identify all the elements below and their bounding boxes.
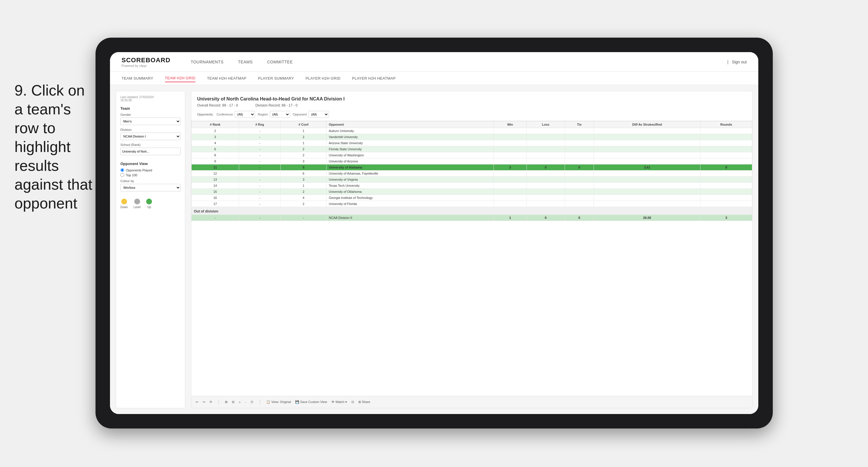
record-row: Overall Record: 89 - 17 - 0 Division Rec… (197, 104, 746, 108)
sign-out: | Sign out (727, 60, 747, 64)
nav-item-committee[interactable]: COMMITTEE (267, 58, 293, 66)
nav-item-tournaments[interactable]: TOURNAMENTS (191, 58, 223, 66)
filters-row: Opponents: Conference (All) Region (All) (197, 111, 746, 118)
radio-group: Opponents Played Top 100 (120, 168, 181, 177)
region-filter: Region (All) (258, 111, 290, 118)
table-row[interactable]: 17-2University of Florida (192, 201, 752, 207)
remove-btn[interactable]: - (245, 401, 246, 404)
save-custom-view-btn[interactable]: 💾 Save Custom View (295, 400, 327, 404)
table-header-row: # Rank # Reg # Conf Opponent Win Loss Ti… (192, 121, 752, 128)
legend-up: Up (146, 199, 152, 209)
tab-player-summary[interactable]: PLAYER SUMMARY (258, 75, 294, 82)
opponents-label: Opponents: (197, 113, 214, 116)
division-select[interactable]: NCAA Division I (120, 133, 181, 140)
table-row[interactable]: 13-3University of Virginia (192, 177, 752, 183)
undo-btn[interactable]: ↩ (196, 400, 198, 404)
table-row[interactable]: 8-2University of Washington (192, 152, 752, 158)
logo-area: SCOREBOARD Powered by clippi (122, 56, 170, 67)
instruction-text: 9. Click on a team's row to highlight re… (14, 81, 95, 213)
legend-down: Down (120, 199, 128, 209)
conference-select[interactable]: (All) (235, 111, 255, 118)
gender-label: Gender (120, 113, 181, 116)
table-row[interactable]: 15-2University of Oklahoma (192, 189, 752, 195)
left-panel: Last Updated: 27/03/2024 16:55:38 Team G… (116, 91, 185, 408)
data-header: University of North Carolina Head-to-Hea… (191, 91, 752, 121)
tab-team-h2h-grid[interactable]: TEAM H2H GRID (165, 75, 196, 82)
tab-player-h2h-grid[interactable]: PLAYER H2H GRID (306, 75, 341, 82)
school-input[interactable] (120, 148, 181, 155)
col-conf: # Conf (281, 121, 327, 128)
col-rank: # Rank (192, 121, 239, 128)
table-row[interactable]: 14-1Texas Tech University (192, 183, 752, 189)
add-btn[interactable]: + (239, 401, 241, 404)
tab-team-h2h-heatmap[interactable]: TEAM H2H HEATMAP (207, 75, 246, 82)
overall-record: Overall Record: 89 - 17 - 0 (197, 104, 238, 108)
up-icon (146, 199, 152, 204)
col-rounds: Rounds (701, 121, 752, 128)
table-row[interactable]: 16-4Georgia Institute of Technology (192, 195, 752, 201)
tab-team-summary[interactable]: TEAM SUMMARY (122, 75, 153, 82)
school-label: School (Rank) (120, 143, 181, 146)
nav-item-teams[interactable]: TEAMS (238, 58, 253, 66)
col-opponent: Opponent (327, 121, 494, 128)
grid-table: # Rank # Reg # Conf Opponent Win Loss Ti… (191, 121, 752, 221)
table-row[interactable]: 6-2Florida State University (192, 146, 752, 152)
grid-title: University of North Carolina Head-to-Hea… (197, 96, 746, 101)
table-row[interactable]: 3-2Vanderbilt University (192, 134, 752, 140)
sign-out-link[interactable]: Sign out (732, 60, 747, 64)
col-loss: Loss (527, 121, 565, 128)
legend-level: Level (134, 199, 141, 209)
redo-btn[interactable]: ↪ (203, 400, 205, 404)
region-select[interactable]: (All) (270, 111, 290, 118)
share-btn[interactable]: ⊞ Share (358, 400, 370, 404)
division-label: Division (120, 128, 181, 132)
out-of-division-header: Out of division (192, 207, 752, 215)
table-row[interactable]: 4-1Arizona State University (192, 140, 752, 146)
sep1: | (218, 400, 219, 405)
table-row[interactable]: 2-1Auburn University (192, 128, 752, 134)
opponent-select[interactable]: (All) (309, 111, 329, 118)
region-label: Region (258, 113, 268, 116)
radio-opponents-played[interactable]: Opponents Played (120, 168, 181, 172)
gender-select[interactable]: Men's (120, 118, 181, 125)
level-icon (134, 199, 140, 204)
view-original-btn[interactable]: 📋 View: Original (266, 400, 291, 404)
division-record: Division Record: 88 - 17 - 0 (255, 104, 297, 108)
radio-top100[interactable]: Top 100 (120, 173, 181, 177)
col-diff: Diff Av Strokes/Rnd (594, 121, 701, 128)
grid-table-wrapper: # Rank # Reg # Conf Opponent Win Loss Ti… (191, 121, 752, 396)
legend-row: Down Level Up (120, 199, 181, 209)
opponent-view-title: Opponent View (120, 162, 181, 166)
watch-btn[interactable]: 👁 Watch ▾ (332, 400, 347, 404)
clock-btn[interactable]: ⏱ (250, 401, 253, 404)
layout-btn[interactable]: ⊡ (351, 400, 354, 404)
ncaa-division-row[interactable]: ---NCAA Division II10026.003 (192, 215, 752, 221)
logo-sub: Powered by clippi (122, 64, 170, 67)
logo-text: SCOREBOARD (122, 56, 170, 64)
tablet-frame: SCOREBOARD Powered by clippi TOURNAMENTS… (95, 38, 773, 429)
team-section-title: Team (120, 106, 181, 111)
bottom-toolbar: ↩ ↪ ⟳ | ⊞ ⊟ + - ⏱ | 📋 View: Original 💾 S… (191, 396, 752, 408)
table-row[interactable]: 11-5University of Alabama3002.618 (192, 165, 752, 171)
refresh-btn[interactable]: ⟳ (210, 400, 212, 404)
last-updated: Last Updated: 27/03/2024 16:55:38 (120, 95, 181, 102)
conference-filter: Conference (All) (216, 111, 255, 118)
colour-by-label: Colour by (120, 179, 181, 183)
zoom-out-btn[interactable]: ⊟ (232, 400, 235, 404)
tab-player-h2h-heatmap[interactable]: PLAYER H2H HEATMAP (352, 75, 396, 82)
table-row[interactable]: 9-3University of Arizona (192, 158, 752, 165)
sub-nav: TEAM SUMMARY TEAM H2H GRID TEAM H2H HEAT… (110, 72, 758, 85)
main-content: Last Updated: 27/03/2024 16:55:38 Team G… (110, 85, 758, 414)
sep: | (727, 60, 728, 64)
table-row[interactable]: 12-6University of Arkansas, Fayetteville (192, 171, 752, 177)
tablet-screen: SCOREBOARD Powered by clippi TOURNAMENTS… (110, 52, 758, 414)
sep2: | (259, 400, 260, 405)
zoom-in-btn[interactable]: ⊞ (225, 400, 227, 404)
colour-by-select[interactable]: Win/loss (120, 184, 181, 192)
col-win: Win (494, 121, 526, 128)
conference-label: Conference (216, 113, 233, 116)
opponent-filter: Opponent (All) (293, 111, 329, 118)
col-tie: Tie (565, 121, 594, 128)
down-icon (121, 199, 127, 204)
col-reg: # Reg (239, 121, 281, 128)
